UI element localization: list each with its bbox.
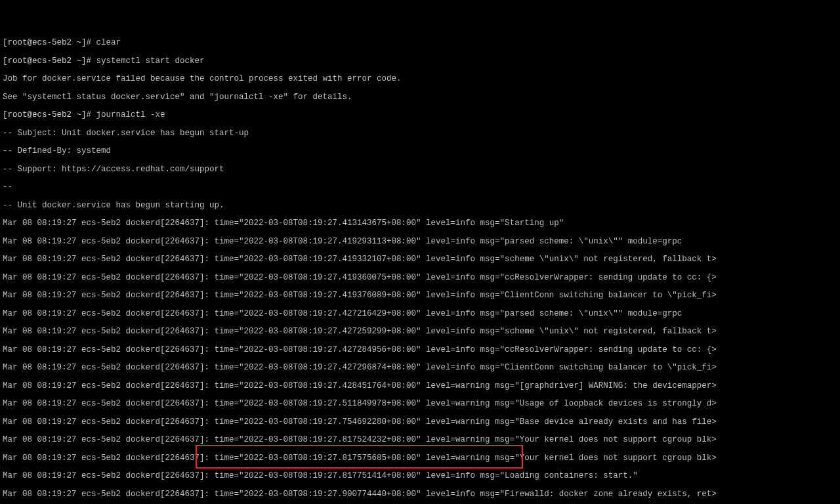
prompt-line[interactable]: [root@ecs-5eb2 ~]# systemctl start docke…	[3, 57, 837, 66]
shell-prompt: [root@ecs-5eb2 ~]#	[3, 56, 96, 66]
command-text: clear	[96, 38, 121, 47]
dockerd-log: Mar 08 08:19:27 ecs-5eb2 dockerd[2264637…	[3, 238, 837, 247]
output-line: See "systemctl status docker.service" an…	[3, 93, 837, 102]
dockerd-log: Mar 08 08:19:27 ecs-5eb2 dockerd[2264637…	[3, 255, 837, 264]
journal-defined-by: -- Defined-By: systemd	[3, 147, 837, 156]
dockerd-log: Mar 08 08:19:27 ecs-5eb2 dockerd[2264637…	[3, 436, 837, 445]
shell-prompt: [root@ecs-5eb2 ~]#	[3, 110, 96, 119]
prompt-line[interactable]: [root@ecs-5eb2 ~]# clear	[3, 39, 837, 48]
dockerd-log: Mar 08 08:19:27 ecs-5eb2 dockerd[2264637…	[3, 291, 837, 301]
dockerd-log: Mar 08 08:19:27 ecs-5eb2 dockerd[2264637…	[3, 219, 837, 228]
journal-support: -- Support: https://access.redhat.com/su…	[3, 165, 837, 175]
journal-note: -- Unit docker.service has begun startin…	[3, 201, 837, 211]
dockerd-log: Mar 08 08:19:27 ecs-5eb2 dockerd[2264637…	[3, 274, 837, 283]
dockerd-log: Mar 08 08:19:27 ecs-5eb2 dockerd[2264637…	[3, 310, 837, 319]
dockerd-log: Mar 08 08:19:27 ecs-5eb2 dockerd[2264637…	[3, 327, 837, 337]
dockerd-log: Mar 08 08:19:27 ecs-5eb2 dockerd[2264637…	[3, 364, 837, 373]
shell-prompt: [root@ecs-5eb2 ~]#	[3, 38, 96, 47]
dockerd-log: Mar 08 08:19:27 ecs-5eb2 dockerd[2264637…	[3, 418, 837, 427]
dockerd-log: Mar 08 08:19:27 ecs-5eb2 dockerd[2264637…	[3, 490, 837, 499]
dockerd-log: Mar 08 08:19:27 ecs-5eb2 dockerd[2264637…	[3, 400, 837, 409]
prompt-line[interactable]: [root@ecs-5eb2 ~]# journalctl -xe	[3, 111, 837, 120]
dockerd-log: Mar 08 08:19:27 ecs-5eb2 dockerd[2264637…	[3, 346, 837, 355]
journal-subject: -- Subject: Unit docker.service has begu…	[3, 129, 837, 138]
output-line: Job for docker.service failed because th…	[3, 75, 837, 84]
dockerd-log: Mar 08 08:19:27 ecs-5eb2 dockerd[2264637…	[3, 382, 837, 391]
command-text: journalctl -xe	[96, 110, 165, 119]
command-text: systemctl start docker	[96, 56, 205, 66]
journal-blank: --	[3, 183, 837, 192]
dockerd-log: Mar 08 08:19:27 ecs-5eb2 dockerd[2264637…	[3, 454, 837, 463]
dockerd-log: Mar 08 08:19:27 ecs-5eb2 dockerd[2264637…	[3, 472, 837, 481]
